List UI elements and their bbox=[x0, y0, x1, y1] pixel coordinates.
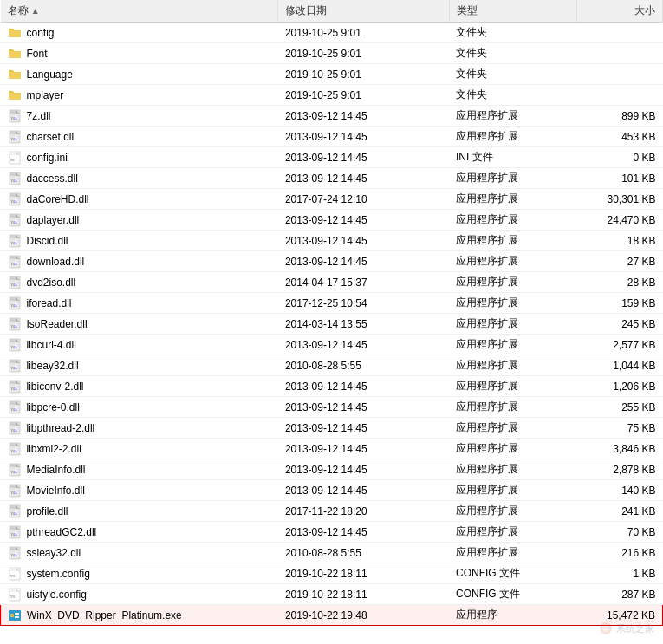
table-row[interactable]: DLL libxml2-2.dll2013-09-12 14:45应用程序扩展3… bbox=[1, 439, 663, 459]
file-name-cell: DLL daplayer.dll bbox=[1, 210, 278, 231]
svg-text:DLL: DLL bbox=[11, 262, 18, 266]
file-type: 应用程序扩展 bbox=[449, 314, 577, 335]
table-row[interactable]: DLL pthreadGC2.dll2013-09-12 14:45应用程序扩展… bbox=[1, 522, 663, 543]
table-row[interactable]: DLL profile.dll2017-11-22 18:20应用程序扩展241… bbox=[1, 501, 663, 522]
file-name-cell: DLL Discid.dll bbox=[1, 231, 278, 251]
svg-rect-75 bbox=[15, 613, 19, 615]
svg-rect-19 bbox=[10, 235, 16, 238]
table-row[interactable]: config2019-10-25 9:01文件夹 bbox=[1, 23, 663, 43]
file-name-cell: DLL daccess.dll bbox=[1, 168, 278, 189]
file-name-label: libeay32.dll bbox=[27, 360, 79, 372]
svg-text:DLL: DLL bbox=[11, 137, 18, 141]
file-modified: 2019-10-25 9:01 bbox=[278, 64, 449, 85]
file-type: 应用程序扩展 bbox=[449, 522, 577, 543]
file-size: 453 KB bbox=[577, 127, 663, 147]
table-row[interactable]: Language2019-10-25 9:01文件夹 bbox=[1, 64, 663, 85]
table-row[interactable]: DLL IsoReader.dll2014-03-14 13:55应用程序扩展2… bbox=[1, 314, 663, 335]
file-name-label: WinX_DVD_Ripper_Platinum.exe bbox=[27, 609, 182, 621]
file-name-label: libxml2-2.dll bbox=[27, 443, 81, 455]
table-row[interactable]: DLL daccess.dll2013-09-12 14:45应用程序扩展101… bbox=[1, 168, 663, 189]
table-row[interactable]: DLL libcurl-4.dll2013-09-12 14:45应用程序扩展2… bbox=[1, 335, 663, 355]
col-name[interactable]: 名称 ▲ bbox=[1, 0, 278, 23]
table-row[interactable]: DLL daplayer.dll2013-09-12 14:45应用程序扩展24… bbox=[1, 210, 663, 231]
file-type: 应用程序扩展 bbox=[449, 231, 577, 251]
file-size: 140 KB bbox=[577, 480, 663, 501]
ini-icon: INI bbox=[8, 151, 22, 165]
dll-icon: DLL bbox=[8, 525, 22, 539]
file-size bbox=[577, 64, 663, 85]
file-size bbox=[577, 85, 663, 106]
table-row[interactable]: INI config.ini2013-09-12 14:45INI 文件0 KB bbox=[1, 147, 663, 168]
svg-text:INI: INI bbox=[10, 159, 15, 162]
file-name-cell: DLL charset.dll bbox=[1, 127, 278, 147]
table-row[interactable]: DLL daCoreHD.dll2017-07-24 12:10应用程序扩展30… bbox=[1, 189, 663, 210]
svg-text:DLL: DLL bbox=[11, 179, 18, 183]
file-name-cell: INI config.ini bbox=[1, 147, 278, 168]
file-name-cell: DLL ssleay32.dll bbox=[1, 543, 278, 563]
config-icon: CFG bbox=[8, 567, 22, 581]
file-type: 应用程序扩展 bbox=[449, 251, 577, 272]
file-modified: 2013-09-12 14:45 bbox=[278, 418, 449, 439]
table-row[interactable]: DLL charset.dll2013-09-12 14:45应用程序扩展453… bbox=[1, 127, 663, 147]
table-row[interactable]: DLL 7z.dll2013-09-12 14:45应用程序扩展899 KB bbox=[1, 106, 663, 127]
file-modified: 2010-08-28 5:55 bbox=[278, 543, 449, 563]
table-row[interactable]: DLL MovieInfo.dll2013-09-12 14:45应用程序扩展1… bbox=[1, 480, 663, 501]
file-name-cell: DLL libpthread-2.dll bbox=[1, 418, 278, 439]
dll-icon: DLL bbox=[8, 296, 22, 310]
file-type: 应用程序扩展 bbox=[449, 210, 577, 231]
file-name-cell: DLL pthreadGC2.dll bbox=[1, 522, 278, 543]
table-row[interactable]: WinX_DVD_Ripper_Platinum.exe2019-10-22 1… bbox=[1, 605, 663, 626]
file-modified: 2013-09-12 14:45 bbox=[278, 168, 449, 189]
svg-rect-34 bbox=[10, 339, 16, 342]
table-row[interactable]: DLL download.dll2013-09-12 14:45应用程序扩展27… bbox=[1, 251, 663, 272]
table-row[interactable]: DLL Discid.dll2013-09-12 14:45应用程序扩展18 K… bbox=[1, 231, 663, 251]
table-row[interactable]: DLL iforead.dll2017-12-25 10:54应用程序扩展159… bbox=[1, 293, 663, 314]
table-row[interactable]: CFG uistyle.config2019-10-22 18:11CONFIG… bbox=[1, 584, 663, 605]
table-row[interactable]: DLL libpcre-0.dll2013-09-12 14:45应用程序扩展2… bbox=[1, 397, 663, 418]
col-type[interactable]: 类型 bbox=[449, 0, 577, 23]
dll-icon: DLL bbox=[8, 484, 22, 498]
file-modified: 2014-04-17 15:37 bbox=[278, 272, 449, 293]
table-row[interactable]: Font2019-10-25 9:01文件夹 bbox=[1, 43, 663, 64]
col-modified[interactable]: 修改日期 bbox=[278, 0, 449, 23]
table-row[interactable]: DLL libeay32.dll2010-08-28 5:55应用程序扩展1,0… bbox=[1, 355, 663, 376]
file-type: 应用程序扩展 bbox=[449, 459, 577, 480]
file-modified: 2013-09-12 14:45 bbox=[278, 376, 449, 397]
table-row[interactable]: DLL MediaInfo.dll2013-09-12 14:45应用程序扩展2… bbox=[1, 459, 663, 480]
table-row[interactable]: DLL libiconv-2.dll2013-09-12 14:45应用程序扩展… bbox=[1, 376, 663, 397]
file-name-label: MovieInfo.dll bbox=[27, 485, 85, 497]
file-modified: 2013-09-12 14:45 bbox=[278, 210, 449, 231]
file-name-cell: DLL daCoreHD.dll bbox=[1, 189, 278, 210]
svg-text:DLL: DLL bbox=[11, 366, 18, 370]
file-size: 899 KB bbox=[577, 106, 663, 127]
table-row[interactable]: mplayer2019-10-25 9:01文件夹 bbox=[1, 85, 663, 106]
file-name-label: mplayer bbox=[27, 89, 64, 101]
svg-text:DLL: DLL bbox=[11, 407, 18, 412]
svg-rect-43 bbox=[10, 401, 16, 405]
file-size: 27 KB bbox=[577, 251, 663, 272]
file-size bbox=[577, 23, 663, 43]
svg-text:DLL: DLL bbox=[11, 199, 18, 204]
svg-text:DLL: DLL bbox=[11, 345, 18, 349]
table-row[interactable]: CFG system.config2019-10-22 18:11CONFIG … bbox=[1, 563, 663, 584]
file-name-label: libpcre-0.dll bbox=[27, 401, 80, 413]
file-size: 28 KB bbox=[577, 272, 663, 293]
svg-text:DLL: DLL bbox=[11, 491, 18, 495]
file-name-cell: DLL libxml2-2.dll bbox=[1, 439, 278, 459]
file-name-label: MediaInfo.dll bbox=[27, 464, 86, 476]
file-name-cell: DLL libcurl-4.dll bbox=[1, 335, 278, 355]
file-size: 2,577 KB bbox=[577, 335, 663, 355]
svg-text:DLL: DLL bbox=[11, 532, 18, 537]
file-name-cell: DLL MediaInfo.dll bbox=[1, 459, 278, 480]
file-name-label: 7z.dll bbox=[27, 110, 51, 122]
svg-text:DLL: DLL bbox=[11, 220, 18, 224]
col-size[interactable]: 大小 bbox=[577, 0, 663, 23]
dll-icon: DLL bbox=[8, 192, 22, 206]
dll-icon: DLL bbox=[8, 400, 22, 414]
table-row[interactable]: DLL libpthread-2.dll2013-09-12 14:45应用程序… bbox=[1, 418, 663, 439]
table-row[interactable]: DLL ssleay32.dll2010-08-28 5:55应用程序扩展216… bbox=[1, 543, 663, 563]
dll-icon: DLL bbox=[8, 234, 22, 248]
table-row[interactable]: DLL dvd2iso.dll2014-04-17 15:37应用程序扩展28 … bbox=[1, 272, 663, 293]
svg-rect-67 bbox=[10, 568, 16, 571]
folder-icon bbox=[8, 26, 22, 40]
